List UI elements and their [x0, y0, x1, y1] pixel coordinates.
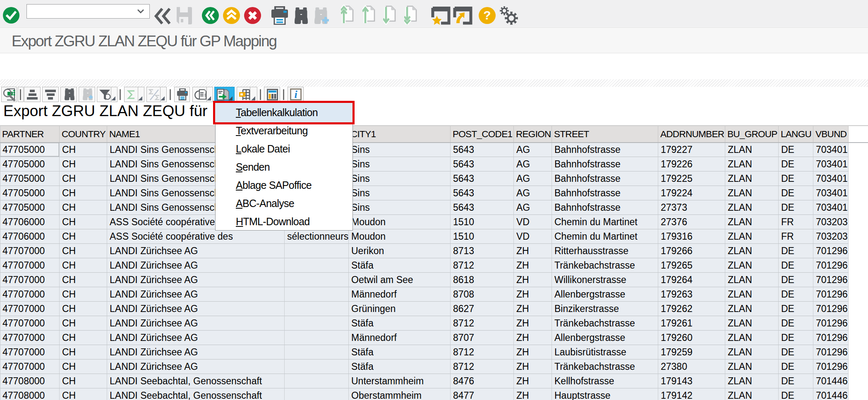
svg-text:i: i — [294, 88, 297, 100]
svg-text:?: ? — [483, 8, 491, 22]
